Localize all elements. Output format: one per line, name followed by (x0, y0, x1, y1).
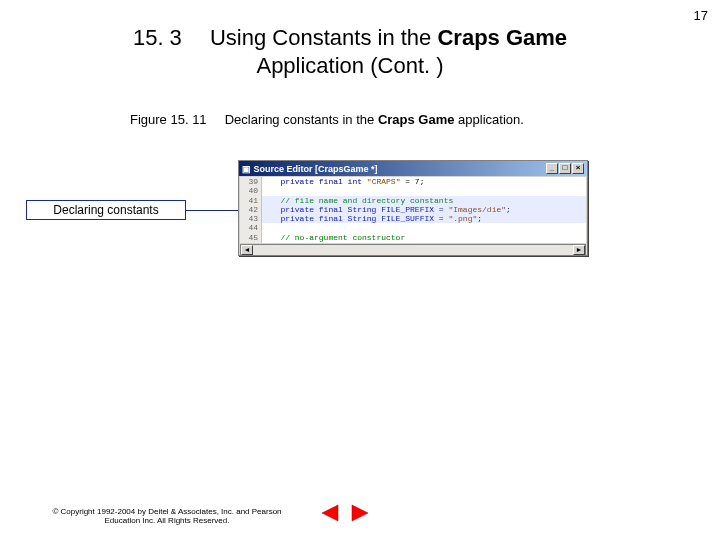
maximize-button[interactable]: □ (559, 163, 571, 174)
scroll-right-icon[interactable]: ► (573, 245, 585, 255)
prev-slide-icon[interactable] (320, 504, 340, 522)
nav-arrows (320, 504, 370, 522)
page-number: 17 (694, 8, 708, 23)
close-button[interactable]: × (572, 163, 584, 174)
figure-desc-post: application. (454, 112, 523, 127)
horizontal-scrollbar[interactable]: ◄ ► (240, 244, 586, 256)
section-heading: 15. 3 Using Constants in the Craps Game … (80, 24, 620, 79)
callout-connector (186, 210, 238, 211)
highlight-line (262, 196, 586, 205)
svg-marker-1 (352, 505, 368, 521)
copyright-footer: © Copyright 1992-2004 by Deitel & Associ… (22, 507, 312, 526)
editor-title: ▣ Source Editor [CrapsGame *] (242, 164, 378, 174)
callout-box: Declaring constants (26, 200, 186, 220)
editor-titlebar: ▣ Source Editor [CrapsGame *] _ □ × (239, 161, 587, 176)
footer-line2: Education Inc. All Rights Reserved. (105, 516, 230, 525)
highlight-line (262, 205, 586, 214)
figure-desc-pre: Declaring constants in the (225, 112, 378, 127)
figure-label: Figure 15. 11 (130, 112, 207, 127)
scroll-left-icon[interactable]: ◄ (241, 245, 253, 255)
scroll-track[interactable] (253, 245, 573, 255)
code-area: 39 40 41 42 43 44 45 private final int "… (240, 177, 586, 243)
highlight-line (262, 214, 586, 223)
footer-line1: © Copyright 1992-2004 by Deitel & Associ… (52, 507, 281, 516)
line-gutter: 39 40 41 42 43 44 45 (240, 177, 262, 243)
next-slide-icon[interactable] (350, 504, 370, 522)
section-number: 15. 3 (133, 25, 182, 50)
figure-desc-bold: Craps Game (378, 112, 455, 127)
doc-icon: ▣ (242, 164, 251, 174)
window-buttons: _ □ × (546, 163, 584, 174)
title-text1: Using Constants in the (210, 25, 437, 50)
editor-window: ▣ Source Editor [CrapsGame *] _ □ × 39 4… (238, 160, 588, 256)
title-line2: Application (Cont. ) (256, 53, 443, 78)
minimize-button[interactable]: _ (546, 163, 558, 174)
title-bold1: Craps Game (437, 25, 567, 50)
figure-caption: Figure 15. 11 Declaring constants in the… (130, 112, 524, 127)
svg-marker-0 (322, 505, 338, 521)
